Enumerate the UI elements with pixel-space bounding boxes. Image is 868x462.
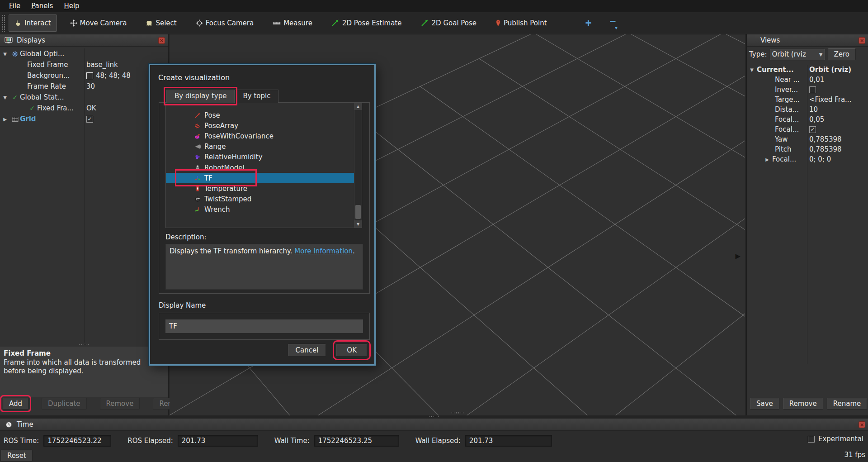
menu-file[interactable]: File: [5, 1, 25, 11]
ok-button[interactable]: OK: [336, 344, 367, 357]
displays-panel-header[interactable]: Displays ×: [0, 34, 168, 47]
display-type-pose[interactable]: Pose: [166, 110, 354, 120]
tab-by-display-type[interactable]: By display type: [166, 90, 235, 103]
tree-column-divider[interactable]: [807, 65, 807, 364]
tool-2d-pose-estimate[interactable]: 2D Pose Estimate: [326, 14, 408, 32]
time-field-value[interactable]: 1752246523.25: [314, 435, 399, 447]
scroll-up-icon[interactable]: ▲: [354, 103, 362, 110]
rename-view-button[interactable]: Rename: [827, 398, 868, 410]
cancel-button[interactable]: Cancel: [288, 344, 326, 357]
views-row-pitch[interactable]: Pitch0,785398: [747, 144, 868, 154]
property-label: Fixed Frame: [27, 61, 68, 69]
display-type-twiststamped[interactable]: TwistStamped: [166, 194, 354, 205]
expander-open-icon[interactable]: ▼: [0, 52, 10, 57]
experimental-checkbox[interactable]: [808, 436, 815, 443]
display-type-posewithcovariance[interactable]: PoseWithCovariance: [166, 131, 354, 141]
views-row-current[interactable]: ▼Current...Orbit (rviz): [747, 65, 868, 75]
tab-by-topic[interactable]: By topic: [235, 90, 278, 103]
property-label: Global Opti...: [20, 50, 64, 58]
tool-measure[interactable]: Measure: [267, 14, 318, 32]
tool-focus-camera[interactable]: Focus Camera: [190, 14, 259, 32]
property-value[interactable]: Orbit (rviz): [809, 66, 851, 74]
tool-move-camera[interactable]: Move Camera: [64, 14, 133, 32]
remove-tool-button[interactable]: −▾: [610, 16, 618, 27]
property-value[interactable]: 0; 0; 0: [809, 155, 831, 163]
property-value[interactable]: base_link: [86, 61, 118, 69]
toolbar-drag-handle[interactable]: [2, 14, 5, 32]
time-field-value[interactable]: 1752246523.22: [43, 435, 111, 447]
scroll-down-icon[interactable]: ▼: [354, 220, 362, 228]
save-view-button[interactable]: Save: [750, 398, 779, 410]
tool-interact[interactable]: Interact: [9, 14, 57, 32]
display-type-temperature[interactable]: Temperature: [166, 183, 354, 194]
display-type-range[interactable]: Range: [166, 142, 354, 152]
time-panel-splitter[interactable]: [0, 415, 868, 419]
views-row-inver[interactable]: Inver...: [747, 85, 868, 95]
collapse-right-panel-arrow[interactable]: ▶: [735, 253, 741, 260]
expander-open-icon[interactable]: ▼: [0, 95, 10, 100]
dialog-tabbar: By display type By topic: [166, 90, 278, 103]
close-icon[interactable]: ×: [158, 37, 165, 44]
views-row-focal[interactable]: ▶Focal...0; 0; 0: [747, 154, 868, 164]
panel-splitter[interactable]: [0, 344, 168, 346]
property-value[interactable]: OK: [86, 104, 96, 112]
duplicate-display-button[interactable]: Duplicate: [42, 398, 86, 410]
expander-closed-icon[interactable]: ▶: [0, 117, 10, 122]
tool-label: Interact: [24, 19, 51, 27]
property-value[interactable]: 0,785398: [809, 145, 842, 153]
views-panel-header[interactable]: Views ×: [747, 34, 868, 47]
menu-panels[interactable]: Panels: [27, 1, 57, 11]
property-value[interactable]: 48; 48; 48: [96, 71, 131, 80]
display-type-posearray[interactable]: PoseArray: [166, 120, 354, 131]
views-row-targe[interactable]: Targe...<Fixed Fra...: [747, 95, 868, 105]
zero-button[interactable]: Zero: [828, 48, 856, 60]
views-row-focal[interactable]: Focal...✓: [747, 124, 868, 134]
color-swatch[interactable]: [86, 72, 93, 79]
tool-select[interactable]: Select: [140, 14, 182, 32]
scroll-thumb[interactable]: [355, 205, 361, 219]
viewport-bottom-splitter[interactable]: [451, 411, 464, 414]
property-value[interactable]: 10: [809, 105, 818, 114]
menu-help[interactable]: Help: [59, 1, 84, 11]
tree-value-cell: 0,01: [807, 76, 868, 84]
views-row-near[interactable]: Near ...0,01: [747, 75, 868, 85]
reset-button[interactable]: Reset: [1, 450, 33, 462]
close-icon[interactable]: ×: [859, 37, 865, 44]
tree-column-divider[interactable]: [84, 48, 85, 343]
display-type-tf[interactable]: TF: [166, 173, 354, 183]
tf-axes-icon: [194, 175, 201, 181]
tool-2d-goal-pose[interactable]: 2D Goal Pose: [415, 14, 483, 32]
time-field-value[interactable]: 201.73: [465, 435, 552, 447]
tree-value-cell: 0; 0; 0: [807, 155, 868, 163]
remove-display-button[interactable]: Remove: [100, 398, 140, 410]
checkbox-checked[interactable]: ✓: [86, 116, 93, 123]
display-type-relativehumidity[interactable]: RelativeHumidity: [166, 152, 354, 162]
time-field-value[interactable]: 201.73: [178, 435, 258, 447]
property-value[interactable]: 0,05: [809, 115, 824, 124]
checkbox-checked[interactable]: ✓: [809, 126, 816, 133]
checkbox-unchecked[interactable]: [809, 86, 816, 93]
property-value[interactable]: 0,785398: [809, 135, 842, 143]
more-information-link[interactable]: More Information: [294, 247, 353, 255]
expander-open-icon[interactable]: ▼: [747, 67, 757, 72]
list-scrollbar[interactable]: ▲ ▼: [354, 103, 362, 228]
hand-icon: [14, 19, 22, 27]
view-type-dropdown[interactable]: Orbit (rviz ▼: [770, 49, 825, 60]
property-value[interactable]: 30: [86, 82, 95, 90]
add-display-button[interactable]: Add: [3, 398, 28, 410]
tree-label-cell: Focal...: [747, 125, 807, 133]
display-type-wrench[interactable]: Wrench: [166, 205, 354, 215]
tool-publish-point[interactable]: Publish Point: [490, 14, 552, 32]
views-row-focal[interactable]: Focal...0,05: [747, 114, 868, 124]
close-icon[interactable]: ×: [859, 421, 865, 428]
property-value[interactable]: 0,01: [809, 76, 824, 84]
add-tool-button[interactable]: +: [585, 18, 592, 29]
display-name-input[interactable]: TF: [165, 319, 363, 333]
time-panel-header[interactable]: Time ×: [0, 419, 868, 431]
property-value[interactable]: <Fixed Fra...: [809, 95, 851, 104]
display-type-robotmodel[interactable]: RobotModel: [166, 162, 354, 173]
expander-closed-icon[interactable]: ▶: [762, 157, 772, 162]
remove-view-button[interactable]: Remove: [783, 398, 823, 410]
views-row-yaw[interactable]: Yaw0,785398: [747, 134, 868, 144]
views-row-dista[interactable]: Dista...10: [747, 105, 868, 114]
